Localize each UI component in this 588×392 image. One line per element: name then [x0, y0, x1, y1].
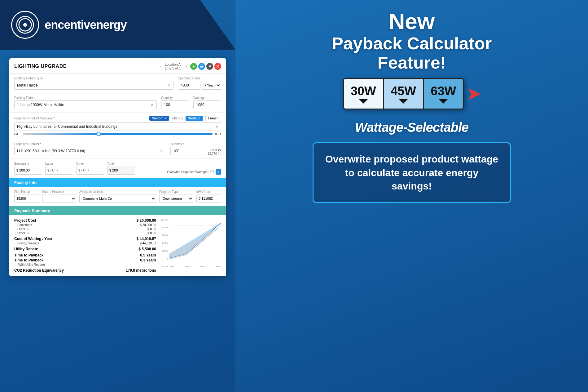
overwrite-row: Overwrite Proposed Wattage? ⓘ ✓ — [167, 169, 221, 175]
time-payback-rebate-row: Time to Payback 0.3 Years — [14, 258, 156, 262]
proposed-category-value: High-Bay Luminaires for Commercial and I… — [17, 124, 214, 129]
cost-waiting-label: Cost of Waiting / Year — [14, 237, 52, 241]
fixture-type-clear[interactable]: ✕ — [167, 83, 171, 88]
utilities-select[interactable]: Duquesne Light Co — [79, 194, 156, 203]
equip-label: Equipment — [17, 223, 32, 227]
facility-section: Facility Info Zip / Postal State / Provi… — [9, 178, 226, 206]
energy-savings-value: $ 44,019.57 — [140, 242, 156, 245]
chart-y-labels: 117.5k 95.5k 73.5k 51.5k 29.5k 0 -14.5k — [159, 218, 168, 268]
kwh-label: kWh Rate — [196, 190, 221, 194]
labor-input[interactable] — [45, 166, 73, 175]
proposed-qty-col: Quantity 100 — [170, 142, 198, 155]
operating-hours-unit-select[interactable]: / Year — [202, 81, 221, 90]
project-cost-value: $ 20,000.00 — [137, 218, 156, 223]
quantity-input[interactable]: 100 — [161, 100, 189, 109]
svg-marker-10 — [169, 226, 221, 259]
menu-icon[interactable]: ≡ — [206, 63, 213, 70]
total-input[interactable] — [107, 166, 135, 175]
utilities-label: Available Utilities — [79, 190, 156, 194]
close-icon[interactable]: ✕ — [214, 63, 221, 70]
description-text: Overwrite proposed product wattage to ca… — [325, 153, 499, 193]
proposed-product-input[interactable]: LH1-090-50-U-a-b-d (89.3 W 13770.0 lm) ✕ — [14, 147, 166, 155]
zip-col: Zip / Postal — [14, 190, 39, 203]
prev-location-button[interactable]: ‹ — [160, 64, 162, 69]
tri-down-63w — [439, 99, 448, 104]
card-nav-icons: + ☰ ≡ ✕ — [190, 63, 221, 70]
wattage-45w[interactable]: 45W — [384, 79, 424, 109]
card-nav: ‹ Location A Line 1 of 1 › + ☰ ≡ ✕ — [160, 63, 221, 70]
custom-badge[interactable]: Custom ✕ — [149, 116, 169, 121]
state-label: State / Province — [42, 190, 76, 194]
other-input[interactable] — [76, 166, 104, 175]
slider-track[interactable] — [23, 133, 213, 135]
proposed-product-col: Proposed Product LH1-090-50-U-a-b-d (89.… — [14, 142, 166, 155]
program-select[interactable]: Downstream — [159, 194, 193, 203]
proposed-qty-input[interactable]: 100 — [170, 147, 198, 155]
fixture2-input[interactable]: 1-Lamp 1000W Metal Halide ✕ — [14, 100, 157, 109]
slider-max: 810 — [215, 132, 221, 136]
card-header: LIGHTING UPGRADE ‹ Location A Line 1 of … — [9, 58, 226, 74]
proposed-category-input[interactable]: High-Bay Luminaires for Commercial and I… — [14, 122, 221, 131]
labor-edit-icon[interactable]: ✏ — [27, 228, 29, 231]
filter-wattage-button[interactable]: Wattage — [186, 116, 203, 121]
project-cost-row: Project Cost $ 20,000.00 — [14, 218, 156, 223]
fixture-type-input[interactable]: Metal Halide ✕ — [14, 81, 173, 90]
other-label: Other — [76, 162, 104, 165]
fixture-type-label: Existing Fixture Type — [14, 77, 173, 80]
operating-hours-input[interactable]: 4000 — [178, 81, 200, 90]
overwrite-info-icon: ⓘ — [210, 170, 214, 174]
quantity-value: 100 — [164, 103, 186, 107]
proposed-category-clear[interactable]: ✕ — [215, 124, 218, 129]
quantity-label: Quantity — [161, 96, 189, 100]
payback-header: Payback Summary — [9, 206, 226, 215]
payback-body: Project Cost $ 20,000.00 Equipment $ 20,… — [9, 215, 226, 276]
add-icon[interactable]: + — [190, 63, 197, 70]
co2-label: CO2 Reduction Equivalency — [14, 268, 64, 273]
project-cost-label: Project Cost — [14, 218, 36, 223]
operating-hours-col: Operating Hours 4000 / Year — [178, 77, 221, 90]
slider-row: 64 810 — [14, 132, 221, 136]
wattage-30w[interactable]: 30W — [344, 79, 384, 109]
co2-row: CO2 Reduction Equivalency 179.8 metric t… — [14, 268, 156, 273]
other-edit-icon[interactable]: ✏ — [27, 232, 29, 235]
proposed-category-header-row: Proposed Product Category Custom ✕ Filte… — [14, 116, 221, 121]
feature-title: New Payback Calculator Feature! — [332, 9, 492, 72]
state-select[interactable] — [42, 194, 76, 203]
time-payback-label: Time to Payback — [14, 253, 44, 257]
next-location-button[interactable]: › — [185, 64, 188, 69]
filter-lumen-button[interactable]: Lumen — [205, 116, 221, 121]
program-label: Program Type — [159, 190, 193, 194]
proposed-wattage-display: 89.3 W — [210, 148, 221, 152]
zip-input[interactable] — [14, 194, 39, 203]
kwh-input[interactable] — [196, 194, 221, 203]
equipment-input[interactable] — [14, 166, 42, 175]
overwrite-checkbox[interactable]: ✓ — [216, 169, 221, 175]
labor-label: Labor — [45, 162, 73, 165]
equip-value: $ 20,000.00 — [140, 223, 156, 227]
wattage-input[interactable]: 1080 — [193, 100, 221, 109]
copy-icon[interactable]: ☰ — [198, 63, 205, 70]
proposed-product-row: Proposed Product LH1-090-50-U-a-b-d (89.… — [14, 142, 221, 155]
cost-waiting-value: $ 44,019.57 — [137, 237, 156, 241]
wattage-selector: 30W 45W 63W ➤ — [343, 78, 481, 109]
wattage-col: Wattage 1080 — [193, 96, 221, 109]
existing-fixture-row: Existing Fixture Type Metal Halide ✕ Ope… — [14, 77, 221, 90]
existing-fixture-section: Existing Fixture Type Metal Halide ✕ Ope… — [9, 74, 226, 93]
logo-text: encentivenergy — [45, 18, 127, 32]
wattage-cards-group: 30W 45W 63W — [343, 78, 464, 109]
quantity-col: Quantity 100 — [161, 96, 189, 109]
fixture2-clear[interactable]: ✕ — [151, 103, 154, 107]
logo-area: encentivenergy — [0, 0, 235, 50]
time-payback-rebate-sub: (With Utility Rebate) — [17, 263, 45, 266]
labor-label: Labor — [17, 227, 25, 231]
labor-col: Labor — [45, 162, 73, 175]
proposed-product-label: Proposed Product — [14, 142, 166, 146]
proposed-product-clear[interactable]: ✕ — [160, 149, 163, 154]
slider-thumb[interactable] — [97, 132, 101, 136]
right-panel: New Payback Calculator Feature! 30W 45W … — [235, 0, 588, 392]
tri-down-30w — [359, 99, 368, 104]
cost-waiting-row: Cost of Waiting / Year $ 44,019.57 — [14, 237, 156, 241]
time-payback-value: 0.5 Years — [140, 253, 156, 257]
wattage-63w[interactable]: 63W — [424, 79, 463, 109]
utilities-col: Available Utilities Duquesne Light Co — [79, 190, 156, 203]
